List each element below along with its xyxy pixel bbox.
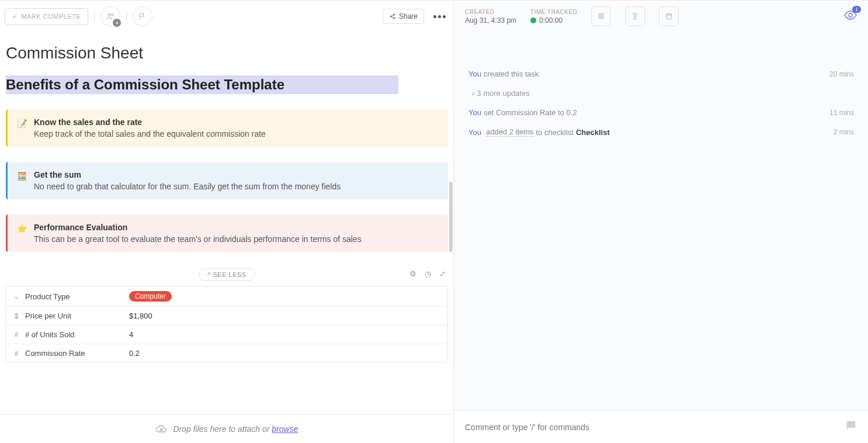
hourglass-icon bbox=[631, 12, 639, 20]
callout-desc: This can be a great tool to evaluate the… bbox=[34, 234, 439, 244]
left-toolbar: ✓ MARK COMPLETE + Share bbox=[0, 1, 454, 32]
activity-target: Checklist bbox=[576, 128, 610, 137]
scrollbar[interactable] bbox=[449, 182, 453, 252]
field-label: Product Type bbox=[25, 292, 70, 301]
created-label: CREATED bbox=[465, 9, 516, 15]
note-icon: 📝 bbox=[17, 118, 27, 130]
flag-icon bbox=[138, 12, 147, 20]
svg-rect-6 bbox=[602, 13, 603, 18]
check-icon: ✓ bbox=[12, 13, 18, 20]
mark-complete-label: MARK COMPLETE bbox=[22, 13, 81, 20]
field-value[interactable]: $1,800 bbox=[123, 307, 447, 325]
dollar-icon: $ bbox=[12, 312, 20, 320]
hash-icon: # bbox=[12, 349, 20, 358]
watchers-button[interactable]: 1 bbox=[843, 8, 857, 25]
calendar-icon bbox=[665, 12, 673, 20]
field-label: Price per Unit bbox=[25, 312, 71, 320]
created-meta: CREATED Aug 31, 4:33 pm bbox=[465, 9, 516, 25]
time-tracked-meta: TIME TRACKED 0:00:00 bbox=[530, 9, 577, 25]
share-label: Share bbox=[399, 12, 418, 20]
right-toolbar: CREATED Aug 31, 4:33 pm TIME TRACKED 0:0… bbox=[454, 1, 868, 32]
assignee-add-button[interactable]: + bbox=[100, 6, 120, 26]
field-row[interactable]: $ Price per Unit $1,800 bbox=[6, 307, 447, 326]
comment-input[interactable] bbox=[465, 423, 845, 432]
expand-icon[interactable]: ⤢ bbox=[439, 269, 446, 278]
see-less-button[interactable]: ^ SEE LESS bbox=[199, 268, 255, 281]
callout-desc: Keep track of the total sales and the eq… bbox=[34, 129, 439, 139]
activity-text: to checklist bbox=[536, 128, 574, 137]
activity-actor[interactable]: You bbox=[468, 70, 481, 78]
field-label: Commission Rate bbox=[25, 349, 85, 358]
field-row[interactable]: ⌄ Product Type Computer bbox=[6, 286, 447, 307]
section-heading[interactable]: Benefits of a Commission Sheet Template bbox=[6, 75, 398, 94]
attachment-dropzone[interactable]: Drop files here to attach or browse bbox=[0, 414, 454, 443]
callout-red[interactable]: ⭐ Performance Evaluation This can be a g… bbox=[6, 214, 448, 252]
svg-point-8 bbox=[849, 13, 852, 17]
time-tracked-value: 0:00:00 bbox=[539, 16, 563, 25]
field-row[interactable]: # Commission Rate 0.2 bbox=[6, 344, 447, 362]
svg-rect-5 bbox=[599, 13, 600, 18]
chevron-right-icon: › bbox=[472, 89, 474, 98]
hash-icon: # bbox=[12, 331, 20, 339]
activity-time: 2 mins bbox=[834, 128, 854, 136]
divider bbox=[126, 11, 127, 22]
star-icon: ⭐ bbox=[17, 223, 27, 235]
activity-item: You added 2 items to checklist Checklist… bbox=[468, 127, 854, 137]
created-value: Aug 31, 4:33 pm bbox=[465, 16, 516, 25]
share-icon bbox=[389, 13, 396, 20]
activity-item: You set Commission Rate to 0.2 11 mins bbox=[468, 108, 854, 117]
record-dot-icon[interactable] bbox=[530, 18, 536, 23]
task-title[interactable]: Commission Sheet bbox=[6, 44, 448, 63]
comment-bar bbox=[454, 410, 868, 443]
time-tracked-label: TIME TRACKED bbox=[530, 9, 577, 15]
dropzone-text: Drop files here to attach or bbox=[173, 424, 272, 434]
abacus-icon: 🧮 bbox=[17, 171, 27, 182]
priority-button[interactable] bbox=[133, 6, 152, 26]
hourglass-button[interactable] bbox=[625, 6, 645, 26]
field-value[interactable]: 4 bbox=[123, 326, 447, 344]
callout-title: Performance Evaluation bbox=[34, 223, 439, 232]
activity-more-text: 3 more updates bbox=[477, 89, 529, 98]
activity-actor[interactable]: You bbox=[468, 108, 481, 117]
callout-yellow[interactable]: 📝 Know the sales and the rate Keep track… bbox=[6, 109, 448, 147]
share-button[interactable]: Share bbox=[383, 9, 424, 24]
browse-link[interactable]: browse bbox=[272, 424, 298, 434]
svg-point-0 bbox=[108, 13, 110, 16]
activity-actor[interactable]: You bbox=[468, 128, 481, 137]
activity-time: 11 mins bbox=[829, 109, 854, 117]
task-content: Commission Sheet Benefits of a Commissio… bbox=[0, 32, 454, 414]
flag-small-icon bbox=[597, 12, 605, 20]
watch-count: 1 bbox=[852, 6, 861, 13]
activity-time: 20 mins bbox=[829, 70, 854, 78]
add-badge-icon: + bbox=[113, 19, 121, 27]
svg-point-2 bbox=[390, 16, 391, 17]
callout-blue[interactable]: 🧮 Get the sum No need to grab that calcu… bbox=[6, 162, 448, 199]
estimate-button[interactable] bbox=[591, 6, 611, 26]
svg-point-3 bbox=[394, 14, 395, 15]
mark-complete-button[interactable]: ✓ MARK COMPLETE bbox=[5, 8, 88, 25]
callout-title: Know the sales and the rate bbox=[34, 117, 439, 127]
gear-icon[interactable]: ⚙ bbox=[409, 269, 416, 278]
field-value[interactable]: 0.2 bbox=[123, 344, 447, 362]
more-menu-button[interactable] bbox=[430, 12, 449, 22]
activity-text: created this task bbox=[484, 70, 539, 78]
field-value-chip[interactable]: Computer bbox=[129, 291, 172, 302]
custom-fields-table: ⌄ Product Type Computer $ Price per Unit… bbox=[6, 286, 448, 363]
activity-more-toggle[interactable]: › 3 more updates bbox=[468, 89, 854, 98]
svg-point-4 bbox=[394, 18, 395, 19]
activity-item: You created this task 20 mins bbox=[468, 70, 854, 78]
svg-rect-7 bbox=[666, 14, 672, 19]
date-button[interactable] bbox=[659, 6, 679, 26]
divider bbox=[94, 11, 95, 22]
field-label: # of Units Sold bbox=[25, 330, 75, 339]
clock-icon[interactable]: ◷ bbox=[425, 269, 431, 278]
field-row[interactable]: # # of Units Sold 4 bbox=[6, 326, 447, 344]
activity-text: set Commission Rate to 0.2 bbox=[484, 108, 577, 117]
activity-feed: You created this task 20 mins › 3 more u… bbox=[454, 32, 868, 410]
activity-link[interactable]: added 2 items bbox=[486, 127, 534, 137]
send-icon[interactable] bbox=[845, 419, 857, 435]
svg-point-1 bbox=[112, 14, 113, 16]
callout-title: Get the sum bbox=[34, 170, 439, 179]
dropdown-icon: ⌄ bbox=[12, 292, 20, 300]
callout-desc: No need to grab that calculator for the … bbox=[34, 182, 439, 191]
